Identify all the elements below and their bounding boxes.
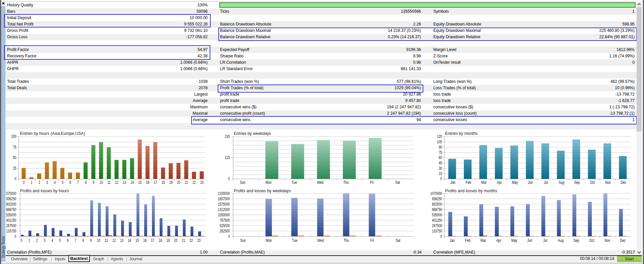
svg-text:133750: 133750: [432, 229, 442, 233]
svg-text:Sep: Sep: [574, 238, 579, 243]
svg-text:16: 16: [143, 238, 147, 243]
svg-text:401250: 401250: [6, 218, 16, 223]
svg-text:802500: 802500: [432, 202, 442, 207]
svg-text:Jan: Jan: [450, 180, 455, 185]
svg-text:Sun: Sun: [240, 238, 246, 243]
svg-text:1575000: 1575000: [218, 202, 230, 207]
svg-text:535000: 535000: [6, 213, 16, 217]
svg-text:10: 10: [97, 238, 100, 243]
svg-text:1: 1: [29, 238, 30, 243]
svg-text:115: 115: [225, 155, 230, 160]
svg-text:0: 0: [440, 234, 442, 239]
svg-text:3: 3: [46, 180, 48, 185]
svg-text:936250: 936250: [6, 197, 16, 201]
svg-text:Mon: Mon: [266, 238, 272, 243]
svg-text:Feb: Feb: [465, 238, 470, 243]
svg-text:Fri: Fri: [370, 238, 374, 243]
svg-text:12: 12: [115, 180, 118, 185]
svg-text:2: 2: [36, 238, 38, 243]
svg-text:9: 9: [90, 238, 92, 243]
svg-text:6: 6: [69, 180, 71, 185]
svg-text:936250: 936250: [432, 197, 442, 201]
svg-text:30: 30: [439, 166, 442, 171]
svg-text:14: 14: [130, 180, 134, 185]
svg-text:14: 14: [128, 238, 131, 243]
svg-text:Oct: Oct: [590, 180, 595, 185]
svg-text:Tue: Tue: [292, 238, 298, 243]
svg-text:2: 2: [39, 180, 40, 185]
svg-text:0: 0: [15, 176, 16, 181]
svg-text:Sat: Sat: [395, 180, 400, 185]
svg-text:7: 7: [77, 180, 79, 185]
svg-text:230: 230: [225, 134, 230, 139]
svg-text:Profits and losses by months: Profits and losses by months: [445, 188, 497, 193]
svg-text:19: 19: [169, 180, 173, 185]
svg-text:45: 45: [439, 161, 442, 165]
svg-text:13: 13: [120, 238, 123, 243]
svg-text:17: 17: [151, 238, 154, 243]
svg-text:120: 120: [437, 134, 442, 139]
svg-text:1070000: 1070000: [430, 191, 442, 196]
svg-text:50: 50: [13, 155, 16, 160]
svg-text:17: 17: [154, 180, 157, 185]
svg-text:Thu: Thu: [343, 180, 348, 185]
svg-text:2100000: 2100000: [218, 191, 230, 196]
svg-text:19: 19: [166, 238, 170, 243]
svg-text:23: 23: [197, 238, 201, 243]
svg-text:Fri: Fri: [370, 180, 374, 185]
svg-text:60: 60: [439, 155, 442, 160]
svg-text:75: 75: [439, 150, 442, 155]
svg-text:Sun: Sun: [240, 180, 246, 185]
svg-text:1837500: 1837500: [218, 197, 230, 201]
svg-text:Mar: Mar: [481, 180, 487, 185]
svg-text:668750: 668750: [6, 207, 16, 212]
svg-text:668750: 668750: [432, 207, 442, 212]
svg-text:Thu: Thu: [343, 238, 349, 243]
svg-text:Nov: Nov: [605, 180, 611, 185]
svg-text:Oct: Oct: [589, 238, 594, 243]
svg-text:21: 21: [182, 238, 185, 243]
svg-text:May: May: [511, 238, 517, 243]
svg-text:Feb: Feb: [466, 180, 471, 185]
svg-text:0: 0: [228, 234, 230, 239]
svg-text:8: 8: [85, 180, 87, 185]
svg-text:133750: 133750: [6, 229, 16, 233]
svg-text:11: 11: [105, 238, 108, 243]
svg-text:6: 6: [67, 238, 69, 243]
svg-text:23: 23: [200, 180, 204, 185]
svg-text:9: 9: [93, 180, 94, 185]
svg-text:16: 16: [146, 180, 149, 185]
svg-text:Mar: Mar: [481, 238, 486, 243]
svg-text:4: 4: [52, 238, 53, 243]
svg-text:12: 12: [112, 238, 116, 243]
svg-text:20: 20: [177, 180, 180, 185]
svg-text:Dec: Dec: [621, 180, 627, 185]
svg-text:22: 22: [193, 180, 196, 185]
svg-text:Dec: Dec: [620, 238, 626, 243]
svg-text:Jul: Jul: [543, 238, 547, 243]
svg-text:20: 20: [174, 238, 177, 243]
svg-text:5: 5: [62, 180, 63, 185]
svg-text:5: 5: [59, 238, 61, 243]
svg-text:10: 10: [100, 180, 103, 185]
svg-text:Entries by hours (Asia,Europe,: Entries by hours (Asia,Europe,USA): [20, 131, 85, 136]
svg-text:787500: 787500: [220, 218, 230, 223]
svg-text:15: 15: [136, 238, 139, 243]
svg-text:Sat: Sat: [396, 238, 401, 243]
svg-text:0: 0: [440, 176, 442, 181]
svg-text:Jan: Jan: [450, 238, 455, 243]
svg-text:75: 75: [13, 145, 16, 150]
svg-text:267500: 267500: [6, 223, 16, 228]
svg-text:21: 21: [185, 180, 188, 185]
svg-text:May: May: [512, 180, 518, 185]
svg-text:Wed: Wed: [317, 180, 323, 185]
svg-text:Apr: Apr: [496, 238, 501, 243]
svg-text:Aug: Aug: [558, 238, 564, 243]
svg-text:Tue: Tue: [292, 180, 297, 185]
svg-text:Entries by months: Entries by months: [445, 131, 478, 136]
svg-text:13: 13: [123, 180, 126, 185]
svg-text:0: 0: [23, 180, 25, 185]
svg-text:Jun: Jun: [528, 180, 533, 185]
svg-text:802500: 802500: [6, 202, 16, 207]
svg-text:525000: 525000: [220, 223, 230, 228]
